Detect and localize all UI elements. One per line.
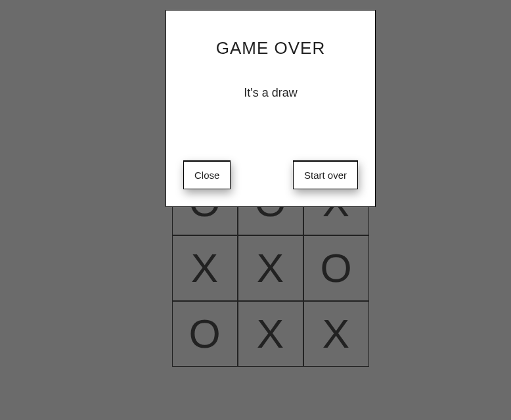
game-over-modal: GAME OVER It's a draw Close Start over	[166, 10, 376, 207]
close-button[interactable]: Close	[183, 160, 231, 189]
modal-title: GAME OVER	[216, 38, 325, 58]
board-cell[interactable]: O	[172, 301, 238, 367]
modal-button-row: Close Start over	[166, 160, 375, 189]
board-cell[interactable]: O	[303, 235, 369, 301]
board-cell[interactable]: X	[238, 301, 303, 367]
board-cell[interactable]: X	[303, 301, 369, 367]
board-cell[interactable]: X	[238, 235, 303, 301]
start-over-button[interactable]: Start over	[293, 160, 358, 189]
board-cell[interactable]: X	[172, 235, 238, 301]
modal-message: It's a draw	[244, 86, 297, 100]
